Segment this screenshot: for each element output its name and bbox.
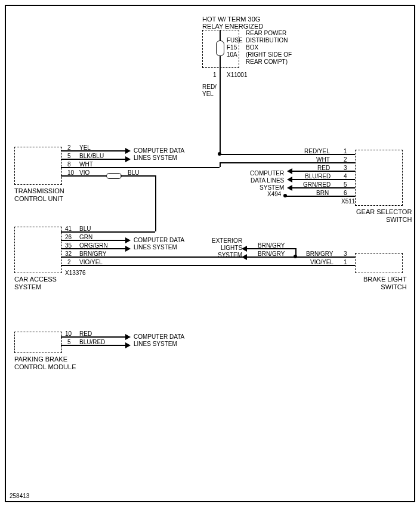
gear-p5: 5 xyxy=(344,181,347,188)
bls-p2: 1 xyxy=(344,259,347,265)
bls-p1: 3 xyxy=(344,251,347,257)
gear-arrow-text: COMPUTER DATA LINES SYSTEM xyxy=(250,170,284,191)
fuse-rating: 10A xyxy=(227,51,237,58)
cas-w1: BLU xyxy=(79,225,91,233)
pbcm-arrow2 xyxy=(125,342,131,348)
ext-arrow1 xyxy=(242,246,247,252)
fuse-id: F15 xyxy=(227,44,237,51)
cas-w4: BRN/GRY xyxy=(79,251,106,258)
gear-w2: WHT xyxy=(316,156,330,163)
gear-arrow5 xyxy=(287,185,292,191)
cas-p5: 2 xyxy=(67,259,71,265)
gear-p3: 3 xyxy=(344,165,347,171)
tcu-w4: VIO xyxy=(79,169,89,177)
wire-red-yel-v xyxy=(220,74,221,154)
gear-p2: 2 xyxy=(344,156,347,163)
pbcm-p1: 10 xyxy=(65,330,72,337)
cas-l1 xyxy=(61,231,155,233)
cas-conn: X13376 xyxy=(65,270,85,277)
fuse-symbol xyxy=(216,41,224,56)
tcu-w1: YEL xyxy=(79,144,91,152)
gear-box xyxy=(355,150,403,206)
cas-arrow-text: COMPUTER DATA LINES SYSTEM xyxy=(134,237,184,251)
docnum: 258413 xyxy=(10,493,29,500)
gear-w6: BRN xyxy=(316,190,329,197)
bls-w2: VIO/YEL xyxy=(310,259,333,266)
x511: X511 xyxy=(341,198,355,205)
pbcm-p2: 5 xyxy=(67,339,71,345)
gear-label: GEAR SELECTOR SWITCH xyxy=(356,208,412,224)
bls-box xyxy=(355,253,403,273)
pbcm-arrow-text: COMPUTER DATA LINES SYSTEM xyxy=(134,333,184,348)
fuse-name: FUSE xyxy=(227,37,243,44)
gear-w5: GRN/RED xyxy=(303,181,331,188)
pbcm-box xyxy=(14,332,62,353)
fuse-box-label: REAR POWER DISTRIBUTION BOX (RIGHT SIDE … xyxy=(246,30,292,66)
gear-l2 xyxy=(220,162,355,163)
cas-p1: 41 xyxy=(65,225,72,232)
tcu-arrow-text: COMPUTER DATA LINES SYSTEM xyxy=(134,147,184,162)
cas-p3: 35 xyxy=(65,242,72,249)
cas-arrow3 xyxy=(125,246,131,252)
cas-p2: 26 xyxy=(65,234,72,240)
tcu-pin-3: 8 xyxy=(67,161,71,168)
cas-w2: GRN xyxy=(79,234,92,241)
ext-lights: EXTERIOR LIGHTS SYSTEM xyxy=(212,237,242,259)
junction-red-yel xyxy=(218,152,221,156)
cas-w3: ORG/GRN xyxy=(79,242,108,249)
fuse-pin: 1 xyxy=(213,72,217,79)
pbcm-w1: RED xyxy=(79,330,92,338)
fuse-top-lead xyxy=(220,30,221,41)
tcu-pin-4: 10 xyxy=(67,169,74,176)
cas-arrow2 xyxy=(125,237,131,243)
gear-w4: BLU/RED xyxy=(305,173,331,180)
cas-w5: VIO/YEL xyxy=(79,259,103,266)
fuse-exit xyxy=(220,67,221,74)
tcu-w2: BLK/BLU xyxy=(79,153,104,160)
wire-blu-v xyxy=(155,175,156,231)
junction-brn xyxy=(283,194,287,197)
tcu-pin-1: 2 xyxy=(67,144,71,151)
splice-vio-blu xyxy=(106,173,122,179)
bls-w1: BRN/GRY xyxy=(306,251,333,258)
brn2: BRN/GRY xyxy=(258,251,285,258)
gear-w3: RED xyxy=(317,165,330,172)
x494: X494 xyxy=(267,191,281,198)
bls-label: BRAKE LIGHT SWITCH xyxy=(363,276,407,291)
pbcm-arrow1 xyxy=(125,334,131,340)
gear-w1: RED/YEL xyxy=(304,148,330,155)
brngry-jog xyxy=(295,248,297,256)
gear-p1: 1 xyxy=(344,148,347,154)
tcu-label: TRANSMISSION CONTROL UNIT xyxy=(14,187,64,203)
cas-label: CAR ACCESS SYSTEM xyxy=(14,276,57,291)
cas-box xyxy=(14,227,62,273)
gear-arrow3 xyxy=(287,168,292,174)
cas-p4: 32 xyxy=(65,251,72,257)
brn1: BRN/GRY xyxy=(258,242,285,249)
fuse-conn: X11001 xyxy=(227,72,247,79)
gear-p6: 6 xyxy=(344,190,347,196)
gear-p4: 4 xyxy=(344,173,347,180)
tcu-pin-2: 5 xyxy=(67,153,71,159)
ext-arrow2 xyxy=(242,254,247,260)
fuse-bot-lead xyxy=(220,56,221,67)
tcu-w3: WHT xyxy=(79,161,93,168)
gear-arrow4 xyxy=(287,177,292,183)
tcu-box xyxy=(14,147,62,185)
tcu-arrow2 xyxy=(125,156,131,162)
wire-red-yel: RED/ YEL xyxy=(202,84,217,98)
tcu-arrow1 xyxy=(125,148,131,154)
wht-jog xyxy=(220,162,221,167)
pbcm-label: PARKING BRAKE CONTROL MODULE xyxy=(14,355,76,371)
pbcm-w2: BLU/RED xyxy=(79,339,105,346)
blu-label: BLU xyxy=(128,169,139,177)
